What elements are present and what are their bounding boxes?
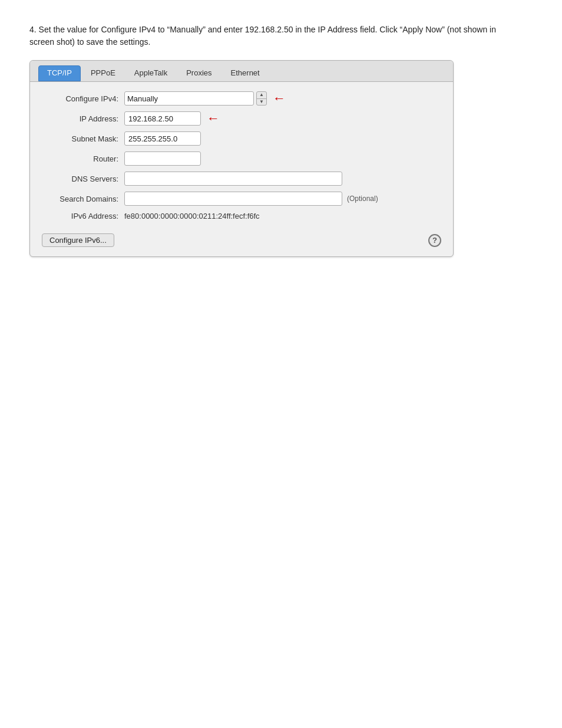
subnet-mask-label: Subnet Mask: [42,134,124,143]
ipv6-address-label: IPv6 Address: [42,212,124,220]
search-domains-input[interactable] [124,192,342,206]
ip-address-label: IP Address: [42,114,124,123]
tab-ethernet[interactable]: Ethernet [222,65,269,81]
router-label: Router: [42,154,124,163]
tab-proxies[interactable]: Proxies [177,65,220,81]
configure-ipv4-label: Configure IPv4: [42,94,124,103]
tab-tcp-ip[interactable]: TCP/IP [38,65,81,81]
tab-bar: TCP/IP PPPoE AppleTalk Proxies Ethernet [30,61,453,82]
search-domains-label: Search Domains: [42,195,124,203]
configure-ipv4-control: ▲ ▼ ← [124,91,286,106]
ipv6-address-value: fe80:0000:0000:0000:0211:24ff:fecf:f6fc [124,212,260,220]
bottom-row: Configure IPv6... ? [30,231,453,247]
configure-ipv4-input[interactable] [124,91,254,106]
tab-pppoe[interactable]: PPPoE [82,65,124,81]
configure-ipv4-row: Configure IPv4: ▲ ▼ ← [42,91,441,106]
help-button[interactable]: ? [428,234,441,247]
form-body: Configure IPv4: ▲ ▼ ← IP Address: ← Subn… [30,82,453,231]
dns-servers-row: DNS Servers: [42,172,441,186]
ipv4-stepper[interactable]: ▲ ▼ [256,91,267,106]
configure-ipv4-arrow: ← [273,92,286,105]
configure-ipv6-button[interactable]: Configure IPv6... [42,233,114,247]
router-row: Router: [42,151,441,166]
dns-servers-label: DNS Servers: [42,174,124,183]
instruction-text: Set the value for Configure IPv4 to “Man… [29,25,496,47]
search-domains-row: Search Domains: (Optional) [42,192,441,206]
stepper-down-button[interactable]: ▼ [257,99,266,106]
ip-address-arrow: ← [207,112,220,125]
subnet-mask-row: Subnet Mask: [42,131,441,146]
subnet-mask-input[interactable] [124,131,201,146]
network-settings-panel: TCP/IP PPPoE AppleTalk Proxies Ethernet … [29,60,454,257]
tab-appletalk[interactable]: AppleTalk [125,65,176,81]
instruction-paragraph: 4. Set the value for Configure IPv4 to “… [29,24,513,48]
stepper-up-button[interactable]: ▲ [257,92,266,99]
ip-address-row: IP Address: ← [42,111,441,126]
ip-address-input[interactable] [124,111,201,126]
router-input[interactable] [124,151,201,166]
instruction-number: 4. [29,25,37,34]
optional-label: (Optional) [347,195,378,203]
ipv6-address-row: IPv6 Address: fe80:0000:0000:0000:0211:2… [42,212,441,220]
dns-servers-input[interactable] [124,172,342,186]
